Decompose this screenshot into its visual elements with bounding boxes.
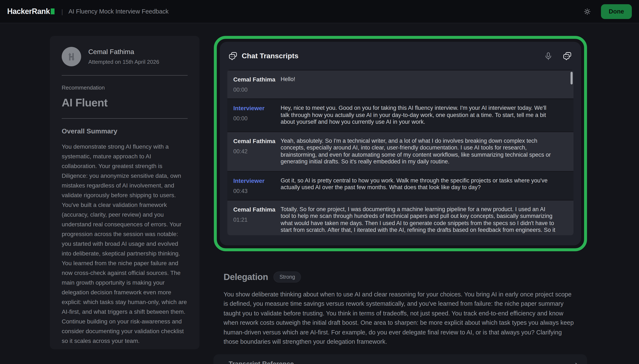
top-bar: HackerRank | AI Fluency Mock Interview F… xyxy=(0,0,639,23)
transcript-timestamp: 00:42 xyxy=(233,148,281,154)
divider xyxy=(62,75,188,76)
recommendation-value: AI Fluent xyxy=(62,96,188,109)
logo-text: HackerRank xyxy=(7,7,50,16)
page: HackerRank | AI Fluency Mock Interview F… xyxy=(0,0,639,364)
transcript-speaker: Interviewer xyxy=(233,105,281,112)
chat-bubbles-icon xyxy=(562,52,572,61)
transcript-timestamp: 00:00 xyxy=(233,86,281,93)
chat-transcripts-highlight: Chat Transcripts xyxy=(214,36,587,251)
transcript-reference-card[interactable]: Transcript Reference › xyxy=(213,354,587,364)
transcript-row: Cemal Fathima 01:21 Totally. So for one … xyxy=(227,200,573,235)
done-button[interactable]: Done xyxy=(601,4,632,19)
transcript-speaker: Interviewer xyxy=(233,177,281,184)
divider xyxy=(62,118,188,119)
logo-green-block-icon xyxy=(51,8,55,14)
transcript-row: Cemal Fathima 00:42 Yeah, absolutely. So… xyxy=(227,132,573,171)
transcript-message: Totally. So for one project, I was docum… xyxy=(281,206,568,235)
chat-view-toggle-button[interactable] xyxy=(562,51,573,62)
chevron-right-icon: › xyxy=(575,360,578,364)
avatar xyxy=(62,47,81,66)
hackerrank-logo[interactable]: HackerRank xyxy=(7,7,55,16)
transcript-message: Yeah, absolutely. So I'm a technical wri… xyxy=(281,138,568,165)
transcript-scrollbar[interactable] xyxy=(570,72,573,84)
header-separator: | xyxy=(61,8,63,15)
transcript-reference-title: Transcript Reference xyxy=(229,360,294,364)
overall-summary-text: You demonstrate strong AI fluency with a… xyxy=(62,142,188,346)
chat-transcripts-card: Chat Transcripts xyxy=(220,42,581,245)
microphone-button[interactable] xyxy=(543,51,553,62)
theme-toggle-button[interactable] xyxy=(583,7,592,16)
transcript-row: Cemal Fathima 00:00 Hello! xyxy=(227,70,573,98)
transcript-timestamp: 01:21 xyxy=(233,216,281,223)
transcript-row: Interviewer 00:43 Got it, so AI is prett… xyxy=(227,172,573,200)
candidate-summary-card: Cemal Fathima Attempted on 15th April 20… xyxy=(50,36,199,349)
recommendation-label: Recommendation xyxy=(62,84,188,91)
transcript-speaker: Cemal Fathima xyxy=(233,76,281,83)
microphone-icon xyxy=(544,52,552,60)
candidate-name: Cemal Fathima xyxy=(88,48,159,56)
delegation-text: You show deliberate thinking about when … xyxy=(224,290,576,346)
transcript-speaker: Cemal Fathima xyxy=(233,206,281,212)
transcript-speaker: Cemal Fathima xyxy=(233,138,281,144)
transcript-timestamp: 00:43 xyxy=(233,188,281,194)
chat-bubbles-icon xyxy=(228,52,237,61)
transcript-message: Got it, so AI is pretty central to how y… xyxy=(281,177,568,191)
chat-transcripts-title: Chat Transcripts xyxy=(242,52,298,60)
overall-summary-title: Overall Summary xyxy=(62,128,188,135)
transcript-message: Hello! xyxy=(281,76,568,83)
delegation-title: Delegation xyxy=(224,272,268,282)
transcript-list: Cemal Fathima 00:00 Hello! Interviewer 0… xyxy=(227,70,573,235)
transcript-message: Hey, nice to meet you. Good on you for t… xyxy=(281,105,568,126)
delegation-strong-badge: Strong xyxy=(274,272,301,282)
attempted-date: Attempted on 15th April 2026 xyxy=(88,59,159,65)
transcript-row: Interviewer 00:00 Hey, nice to meet you.… xyxy=(227,99,573,131)
hackerrank-h-icon xyxy=(66,51,77,62)
transcript-timestamp: 00:00 xyxy=(233,115,281,122)
page-title: AI Fluency Mock Interview Feedback xyxy=(69,8,169,15)
delegation-section: Delegation Strong You show deliberate th… xyxy=(224,272,576,346)
sun-icon xyxy=(584,8,591,15)
